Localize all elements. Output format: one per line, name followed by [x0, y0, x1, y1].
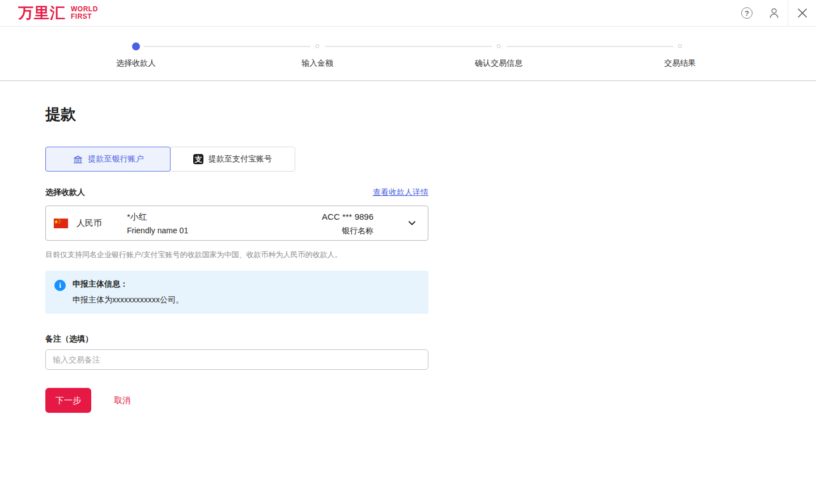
step-label: 确认交易信息: [442, 58, 555, 69]
cancel-button[interactable]: 取消: [114, 395, 131, 406]
declaration-info-box: i 申报主体信息： 申报主体为xxxxxxxxxxxx公司。: [45, 271, 428, 314]
payee-header-row: 选择收款人 查看收款人详情: [45, 187, 428, 198]
payee-currency: 人民币: [76, 218, 102, 229]
app-header: 万里汇 WORLD FIRST ?: [0, 0, 816, 27]
tab-bank-label: 提款至银行账户: [88, 154, 144, 164]
logo-en-text: WORLD FIRST: [71, 6, 98, 20]
remark-input[interactable]: [45, 349, 428, 370]
step-confirm-info: 确认交易信息: [442, 27, 555, 81]
alipay-icon: 支: [193, 154, 203, 164]
chevron-down-icon: [406, 217, 418, 229]
payee-bank-name: 银行名称: [322, 227, 373, 234]
header-actions: ?: [733, 0, 816, 26]
payee-name-block: *小红 Friendly name 01: [127, 212, 188, 234]
payee-account-block: ACC *** 9896 银行名称: [322, 212, 373, 234]
step-dot: [678, 44, 682, 48]
info-icon: i: [54, 280, 66, 291]
page-title: 提款: [45, 105, 816, 124]
step-result: 交易结果: [623, 27, 737, 81]
remark-label: 备注（选填）: [45, 334, 816, 344]
china-flag-icon: [53, 218, 69, 229]
step-enter-amount: 输入金额: [261, 27, 374, 81]
payee-name: *小红: [127, 212, 188, 221]
step-dot-active: [132, 42, 140, 50]
payee-account-number: ACC *** 9896: [322, 212, 373, 221]
step-label: 输入金额: [261, 58, 374, 69]
step-label: 交易结果: [623, 58, 737, 69]
view-payee-details-link[interactable]: 查看收款人详情: [373, 187, 428, 198]
declaration-info-body: 申报主体为xxxxxxxxxxxx公司。: [73, 295, 184, 304]
tab-alipay-label: 提款至支付宝账号: [209, 154, 272, 164]
user-button[interactable]: [760, 0, 788, 27]
help-button[interactable]: ?: [733, 0, 760, 27]
worldfirst-logo[interactable]: 万里汇 WORLD FIRST: [18, 6, 98, 21]
close-icon: [797, 8, 808, 18]
payee-restriction-note: 目前仅支持同名企业银行账户/支付宝账号的收款国家为中国、收款币种为人民币的收款人…: [45, 250, 428, 259]
step-label: 选择收款人: [79, 58, 193, 69]
declaration-info-content: 申报主体信息： 申报主体为xxxxxxxxxxxx公司。: [73, 279, 184, 304]
progress-stepper: 选择收款人 输入金额 确认交易信息 交易结果: [0, 27, 816, 81]
logo-cn-text: 万里汇: [18, 6, 66, 21]
withdraw-method-tabs: 提款至银行账户 支 提款至支付宝账号: [45, 147, 816, 172]
payee-friendly-name: Friendly name 01: [127, 227, 188, 234]
help-icon: ?: [741, 7, 753, 19]
tab-alipay-account[interactable]: 支 提款至支付宝账号: [170, 147, 295, 172]
step-select-payee: 选择收款人: [79, 27, 193, 81]
payee-select[interactable]: 人民币 *小红 Friendly name 01 ACC *** 9896 银行…: [45, 206, 428, 241]
step-dot: [316, 44, 320, 48]
payee-label: 选择收款人: [45, 187, 85, 198]
close-button[interactable]: [788, 0, 816, 27]
bank-icon: [73, 154, 83, 165]
form-actions: 下一步 取消: [45, 388, 816, 413]
tab-bank-account[interactable]: 提款至银行账户: [45, 147, 171, 172]
next-step-button[interactable]: 下一步: [45, 388, 91, 413]
user-icon: [768, 7, 780, 19]
declaration-info-title: 申报主体信息：: [73, 279, 184, 288]
step-dot: [497, 44, 501, 48]
withdraw-form: 提款 提款至银行账户 支 提款至支付宝账号 选择收款人 查看收款人详情: [0, 105, 816, 413]
